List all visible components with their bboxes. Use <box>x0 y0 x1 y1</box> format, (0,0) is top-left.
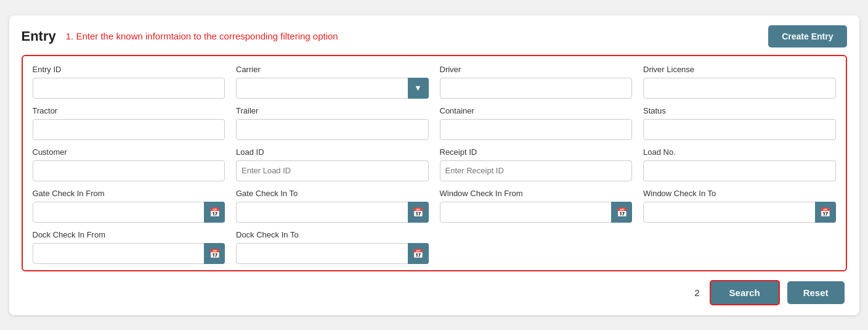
field-group-receipt-id: Receipt ID <box>440 147 633 181</box>
field-group-entry-id: Entry ID <box>33 65 225 99</box>
label-gate-checkin-from: Gate Check In From <box>33 189 225 198</box>
label-driver: Driver <box>440 65 633 74</box>
page-wrapper: Entry 1. Enter the known informtaion to … <box>9 15 859 315</box>
label-driver-license: Driver License <box>643 65 836 74</box>
header-left: Entry 1. Enter the known informtaion to … <box>22 28 338 44</box>
load-no-input[interactable] <box>643 160 836 181</box>
gate-checkin-to-calendar-button[interactable]: 📅 <box>408 202 429 223</box>
dock-checkin-from-wrapper: 📅 <box>33 243 225 264</box>
label-window-checkin-to: Window Check In To <box>643 189 836 198</box>
header-row: Entry 1. Enter the known informtaion to … <box>22 25 847 47</box>
label-load-id: Load ID <box>236 147 429 157</box>
field-group-load-id: Load ID <box>236 147 429 181</box>
label-container: Container <box>440 106 633 115</box>
filter-grid: Entry ID Carrier ▼ Driver Driver License <box>33 65 836 264</box>
container-input[interactable] <box>440 119 633 140</box>
tractor-input[interactable] <box>33 119 225 140</box>
label-status: Status <box>643 106 836 115</box>
label-carrier: Carrier <box>236 65 429 74</box>
field-group-container: Container <box>440 106 633 140</box>
search-button[interactable]: Search <box>710 280 780 305</box>
label-tractor: Tractor <box>33 106 225 115</box>
dock-checkin-from-calendar-button[interactable]: 📅 <box>204 243 225 264</box>
window-checkin-from-wrapper: 📅 <box>440 202 633 223</box>
field-group-gate-checkin-from: Gate Check In From 📅 <box>33 189 225 223</box>
create-entry-button[interactable]: Create Entry <box>768 25 846 47</box>
label-dock-checkin-to: Dock Check In To <box>236 230 429 239</box>
label-entry-id: Entry ID <box>33 65 225 74</box>
entry-id-input[interactable] <box>33 78 225 99</box>
gate-checkin-to-input[interactable] <box>236 202 429 223</box>
dock-checkin-to-input[interactable] <box>236 243 429 264</box>
reset-button[interactable]: Reset <box>787 281 845 304</box>
step-number: 2 <box>694 287 699 298</box>
field-group-carrier: Carrier ▼ <box>236 65 429 99</box>
field-group-driver-license: Driver License <box>643 65 836 99</box>
field-group-status: Status <box>643 106 836 140</box>
status-input[interactable] <box>643 119 836 140</box>
window-checkin-from-calendar-button[interactable]: 📅 <box>611 202 632 223</box>
field-group-load-no: Load No. <box>643 147 836 181</box>
window-checkin-to-wrapper: 📅 <box>643 202 836 223</box>
instruction-text: 1. Enter the known informtaion to the co… <box>66 31 338 41</box>
label-receipt-id: Receipt ID <box>440 147 633 157</box>
load-id-input[interactable] <box>236 160 429 181</box>
label-load-no: Load No. <box>643 147 836 157</box>
dock-checkin-from-input[interactable] <box>33 243 225 264</box>
gate-checkin-from-calendar-button[interactable]: 📅 <box>204 202 225 223</box>
field-group-window-checkin-to: Window Check In To 📅 <box>643 189 836 223</box>
gate-checkin-to-wrapper: 📅 <box>236 202 429 223</box>
field-group-tractor: Tractor <box>33 106 225 140</box>
customer-input[interactable] <box>33 160 225 181</box>
field-group-customer: Customer <box>33 147 225 181</box>
carrier-input[interactable] <box>236 78 429 99</box>
footer-row: 2 Search Reset <box>22 280 847 305</box>
gate-checkin-from-wrapper: 📅 <box>33 202 225 223</box>
label-trailer: Trailer <box>236 106 429 115</box>
field-group-dock-checkin-from: Dock Check In From 📅 <box>33 230 225 264</box>
filter-box: Entry ID Carrier ▼ Driver Driver License <box>22 55 847 271</box>
carrier-wrapper: ▼ <box>236 78 429 99</box>
label-dock-checkin-from: Dock Check In From <box>33 230 225 239</box>
field-group-driver: Driver <box>440 65 633 99</box>
page-title: Entry <box>22 28 56 44</box>
label-customer: Customer <box>33 147 225 157</box>
window-checkin-to-calendar-button[interactable]: 📅 <box>815 202 836 223</box>
label-gate-checkin-to: Gate Check In To <box>236 189 429 198</box>
driver-license-input[interactable] <box>643 78 836 99</box>
field-group-gate-checkin-to: Gate Check In To 📅 <box>236 189 429 223</box>
carrier-dropdown-button[interactable]: ▼ <box>408 78 429 99</box>
field-group-dock-checkin-to: Dock Check In To 📅 <box>236 230 429 264</box>
field-group-trailer: Trailer <box>236 106 429 140</box>
driver-input[interactable] <box>440 78 633 99</box>
field-group-window-checkin-from: Window Check In From 📅 <box>440 189 633 223</box>
receipt-id-input[interactable] <box>440 160 633 181</box>
gate-checkin-from-input[interactable] <box>33 202 225 223</box>
dock-checkin-to-wrapper: 📅 <box>236 243 429 264</box>
trailer-input[interactable] <box>236 119 429 140</box>
window-checkin-from-input[interactable] <box>440 202 633 223</box>
window-checkin-to-input[interactable] <box>643 202 836 223</box>
dock-checkin-to-calendar-button[interactable]: 📅 <box>408 243 429 264</box>
label-window-checkin-from: Window Check In From <box>440 189 633 198</box>
